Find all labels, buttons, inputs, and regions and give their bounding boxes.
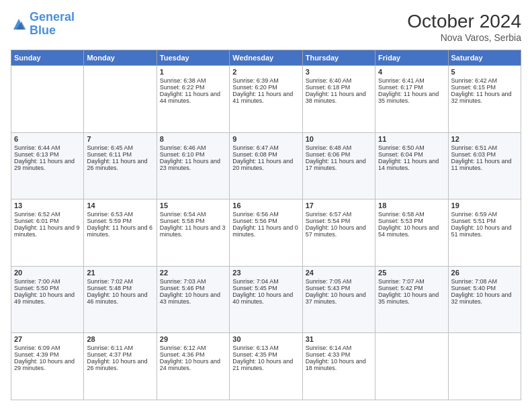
header: General Blue October 2024 Nova Varos, Se… xyxy=(11,11,521,43)
sunrise-text: Sunrise: 6:11 AM xyxy=(87,345,133,351)
day-number: 30 xyxy=(232,335,299,343)
sunset-text: Sunset: 5:46 PM xyxy=(160,285,205,291)
logo-text: General Blue xyxy=(30,11,75,38)
calendar-cell: 1 Sunrise: 6:38 AM Sunset: 6:22 PM Dayli… xyxy=(157,66,229,133)
sunrise-text: Sunrise: 6:56 AM xyxy=(232,211,279,218)
sunrise-text: Sunrise: 6:45 AM xyxy=(87,144,133,151)
calendar-cell: 23 Sunrise: 7:04 AM Sunset: 5:45 PM Dayl… xyxy=(230,266,302,333)
col-monday: Monday xyxy=(84,50,157,66)
sunset-text: Sunset: 4:37 PM xyxy=(87,351,132,358)
calendar-week-row: 1 Sunrise: 6:38 AM Sunset: 6:22 PM Dayli… xyxy=(11,66,521,133)
daylight-text: Daylight: 11 hours and 17 minutes. xyxy=(306,158,366,171)
calendar-cell: 27 Sunrise: 6:09 AM Sunset: 4:39 PM Dayl… xyxy=(11,333,84,400)
calendar-cell: 19 Sunrise: 6:59 AM Sunset: 5:51 PM Dayl… xyxy=(448,199,521,267)
calendar-cell: 14 Sunrise: 6:53 AM Sunset: 5:59 PM Dayl… xyxy=(84,199,157,267)
sunrise-text: Sunrise: 6:42 AM xyxy=(451,77,498,84)
day-number: 18 xyxy=(378,201,445,210)
calendar-week-row: 6 Sunrise: 6:44 AM Sunset: 6:13 PM Dayli… xyxy=(11,132,521,199)
daylight-text: Daylight: 10 hours and 46 minutes. xyxy=(87,291,147,305)
day-number: 20 xyxy=(14,269,81,277)
daylight-text: Daylight: 10 hours and 57 minutes. xyxy=(306,224,366,238)
sunrise-text: Sunrise: 6:50 AM xyxy=(378,144,425,151)
daylight-text: Daylight: 10 hours and 40 minutes. xyxy=(232,291,293,305)
calendar-cell xyxy=(11,66,84,133)
daylight-text: Daylight: 11 hours and 44 minutes. xyxy=(160,91,220,104)
day-number: 4 xyxy=(378,68,445,76)
calendar-cell: 7 Sunrise: 6:45 AM Sunset: 6:11 PM Dayli… xyxy=(84,132,157,199)
daylight-text: Daylight: 10 hours and 35 minutes. xyxy=(378,291,439,305)
daylight-text: Daylight: 11 hours and 41 minutes. xyxy=(232,91,293,104)
month-title: October 2024 xyxy=(407,11,521,32)
day-number: 7 xyxy=(87,135,153,143)
sunrise-text: Sunrise: 7:05 AM xyxy=(306,278,352,285)
sunrise-text: Sunrise: 7:02 AM xyxy=(87,278,133,285)
sunrise-text: Sunrise: 6:44 AM xyxy=(14,144,60,151)
sunset-text: Sunset: 4:39 PM xyxy=(14,351,59,358)
calendar-cell: 22 Sunrise: 7:03 AM Sunset: 5:46 PM Dayl… xyxy=(157,266,229,333)
day-number: 19 xyxy=(451,201,518,210)
day-number: 21 xyxy=(87,269,153,277)
sunset-text: Sunset: 6:18 PM xyxy=(306,84,351,91)
calendar-cell: 10 Sunrise: 6:48 AM Sunset: 6:06 PM Dayl… xyxy=(302,132,375,199)
day-number: 27 xyxy=(14,335,81,343)
logo-icon xyxy=(11,16,27,32)
calendar-cell: 30 Sunrise: 6:13 AM Sunset: 4:35 PM Dayl… xyxy=(230,333,302,400)
daylight-text: Daylight: 10 hours and 51 minutes. xyxy=(451,224,512,238)
sunset-text: Sunset: 5:56 PM xyxy=(232,218,277,224)
calendar-cell: 5 Sunrise: 6:42 AM Sunset: 6:15 PM Dayli… xyxy=(448,66,521,133)
sunset-text: Sunset: 6:01 PM xyxy=(14,218,59,224)
sunrise-text: Sunrise: 6:41 AM xyxy=(378,77,425,84)
sunrise-text: Sunrise: 6:09 AM xyxy=(14,345,60,351)
daylight-text: Daylight: 10 hours and 24 minutes. xyxy=(160,358,220,371)
day-number: 23 xyxy=(232,269,299,277)
sunrise-text: Sunrise: 6:46 AM xyxy=(160,144,206,151)
sunset-text: Sunset: 6:03 PM xyxy=(451,151,496,158)
col-wednesday: Wednesday xyxy=(230,50,302,66)
sunset-text: Sunset: 5:58 PM xyxy=(160,218,205,224)
day-number: 22 xyxy=(160,269,226,277)
daylight-text: Daylight: 10 hours and 54 minutes. xyxy=(378,224,439,238)
sunset-text: Sunset: 6:04 PM xyxy=(378,151,423,158)
day-number: 13 xyxy=(14,201,81,210)
calendar-cell: 31 Sunrise: 6:14 AM Sunset: 4:33 PM Dayl… xyxy=(302,333,375,400)
sunset-text: Sunset: 6:13 PM xyxy=(14,151,59,158)
calendar-cell: 17 Sunrise: 6:57 AM Sunset: 5:54 PM Dayl… xyxy=(302,199,375,267)
sunrise-text: Sunrise: 7:07 AM xyxy=(378,278,425,285)
sunrise-text: Sunrise: 6:51 AM xyxy=(451,144,498,151)
day-number: 26 xyxy=(451,269,518,277)
calendar-cell: 9 Sunrise: 6:47 AM Sunset: 6:08 PM Dayli… xyxy=(230,132,302,199)
sunset-text: Sunset: 6:20 PM xyxy=(232,84,277,91)
col-thursday: Thursday xyxy=(302,50,375,66)
day-number: 29 xyxy=(160,335,226,343)
day-number: 12 xyxy=(451,135,518,143)
sunrise-text: Sunrise: 6:14 AM xyxy=(306,345,352,351)
daylight-text: Daylight: 11 hours and 32 minutes. xyxy=(451,91,512,104)
daylight-text: Daylight: 11 hours and 26 minutes. xyxy=(87,158,147,171)
daylight-text: Daylight: 11 hours and 38 minutes. xyxy=(306,91,366,104)
calendar-cell: 15 Sunrise: 6:54 AM Sunset: 5:58 PM Dayl… xyxy=(157,199,229,267)
calendar-cell: 3 Sunrise: 6:40 AM Sunset: 6:18 PM Dayli… xyxy=(302,66,375,133)
sunset-text: Sunset: 5:54 PM xyxy=(306,218,351,224)
sunrise-text: Sunrise: 6:58 AM xyxy=(378,211,425,218)
day-number: 17 xyxy=(306,201,372,210)
day-number: 2 xyxy=(232,68,299,76)
daylight-text: Daylight: 11 hours and 23 minutes. xyxy=(160,158,220,171)
sunset-text: Sunset: 5:48 PM xyxy=(87,285,132,291)
location-title: Nova Varos, Serbia xyxy=(407,32,521,43)
day-number: 28 xyxy=(87,335,153,343)
sunrise-text: Sunrise: 6:47 AM xyxy=(232,144,279,151)
sunrise-text: Sunrise: 6:40 AM xyxy=(306,77,352,84)
day-number: 1 xyxy=(160,68,226,76)
calendar-cell: 16 Sunrise: 6:56 AM Sunset: 5:56 PM Dayl… xyxy=(230,199,302,267)
sunset-text: Sunset: 5:51 PM xyxy=(451,218,496,224)
calendar-cell: 24 Sunrise: 7:05 AM Sunset: 5:43 PM Dayl… xyxy=(302,266,375,333)
sunset-text: Sunset: 6:11 PM xyxy=(87,151,132,158)
daylight-text: Daylight: 10 hours and 37 minutes. xyxy=(306,291,366,305)
calendar-week-row: 13 Sunrise: 6:52 AM Sunset: 6:01 PM Dayl… xyxy=(11,199,521,267)
calendar-cell: 20 Sunrise: 7:00 AM Sunset: 5:50 PM Dayl… xyxy=(11,266,84,333)
calendar-cell: 4 Sunrise: 6:41 AM Sunset: 6:17 PM Dayli… xyxy=(375,66,448,133)
calendar-cell: 26 Sunrise: 7:08 AM Sunset: 5:40 PM Dayl… xyxy=(448,266,521,333)
title-block: October 2024 Nova Varos, Serbia xyxy=(407,11,521,43)
daylight-text: Daylight: 11 hours and 6 minutes. xyxy=(87,224,152,238)
daylight-text: Daylight: 10 hours and 29 minutes. xyxy=(14,358,75,371)
